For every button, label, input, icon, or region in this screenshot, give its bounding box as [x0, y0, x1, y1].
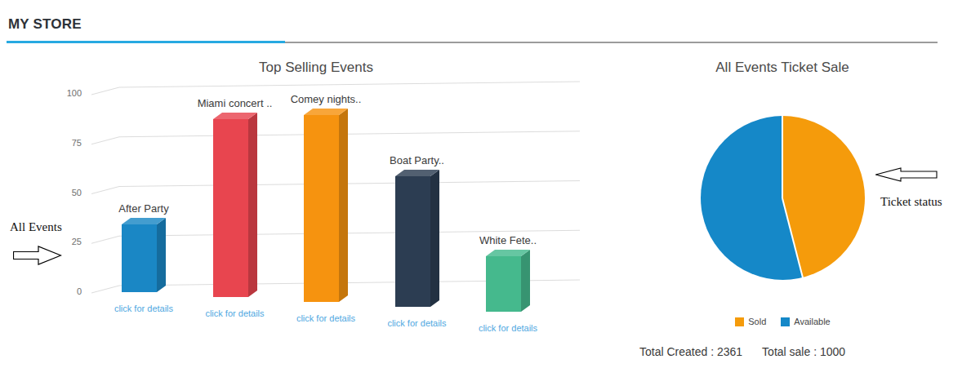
y-axis-tick: 75	[54, 137, 82, 149]
totals: Total Created : 2361 Total sale : 1000	[639, 345, 845, 358]
bar-front-face[interactable]	[395, 176, 430, 307]
y-axis-tick: 100	[54, 87, 82, 99]
bar-side-face	[521, 250, 530, 312]
legend-label: Sold	[748, 317, 766, 326]
dashboard: MY STORE All Events Top Selling Events 0…	[0, 0, 980, 377]
bar-details-link[interactable]: click for details	[439, 323, 577, 333]
arrow-right-icon	[13, 246, 62, 265]
pie-legend: SoldAvailable	[693, 317, 873, 326]
bar-category-label: After Party	[74, 202, 213, 215]
ticket-status-label: Ticket status	[880, 195, 962, 209]
bar-side-face	[430, 170, 439, 306]
y-axis-tick: 50	[54, 187, 82, 198]
bar-side-face	[339, 109, 348, 302]
bar-chart-title: Top Selling Events	[194, 60, 439, 76]
total-sale: Total sale : 1000	[762, 345, 845, 358]
bar-side-face	[248, 113, 257, 297]
pie-divider	[782, 198, 804, 278]
bar-category-label: Boat Party..	[348, 154, 487, 166]
header-accent-underline	[7, 41, 285, 43]
bar-category-label: Comey nights..	[256, 93, 395, 105]
legend-item-available: Available	[781, 317, 830, 326]
total-created: Total Created : 2361	[639, 345, 742, 358]
all-events-label: All Events	[10, 220, 83, 234]
bar-front-face[interactable]	[304, 115, 339, 302]
y-axis-tick: 25	[54, 236, 82, 247]
page-title: MY STORE	[8, 16, 82, 33]
y-axis-tick: 0	[54, 286, 82, 297]
legend-swatch-sold	[735, 317, 744, 326]
bar-front-face[interactable]	[486, 256, 521, 312]
legend-item-sold: Sold	[735, 317, 766, 326]
arrow-left-icon	[875, 167, 938, 182]
pie-chart-title: All Events Ticket Sale	[667, 60, 898, 76]
bar-front-face[interactable]	[122, 224, 157, 292]
pie-divider	[782, 116, 783, 198]
legend-label: Available	[794, 317, 830, 326]
header-divider	[285, 42, 938, 43]
bar-side-face	[157, 218, 166, 292]
bar-front-face[interactable]	[213, 119, 248, 297]
legend-swatch-available	[781, 317, 790, 326]
bar-category-label: White Fete..	[439, 234, 577, 246]
pie[interactable]	[701, 116, 865, 280]
